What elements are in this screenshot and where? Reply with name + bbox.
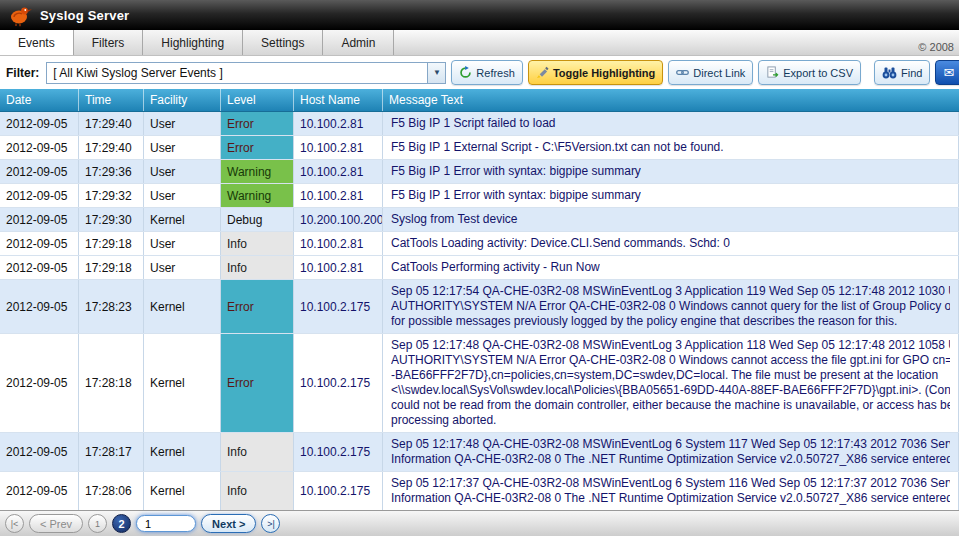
- header-facility[interactable]: Facility: [144, 89, 221, 111]
- table-row[interactable]: 2012-09-0517:29:18UserInfo10.100.2.81Cat…: [0, 232, 959, 256]
- cell-date: 2012-09-05: [0, 256, 79, 279]
- last-page-button[interactable]: >|: [261, 514, 280, 533]
- header-date[interactable]: Date: [0, 89, 79, 111]
- cell-date: 2012-09-05: [0, 208, 79, 231]
- table-row[interactable]: 2012-09-0517:29:18UserInfo10.100.2.81Cat…: [0, 256, 959, 280]
- export-csv-label: Export to CSV: [783, 67, 853, 79]
- table-row[interactable]: 2012-09-0517:28:18KernelError10.100.2.17…: [0, 334, 959, 433]
- cell-time: 17:29:36: [79, 160, 144, 183]
- toggle-highlighting-button[interactable]: Toggle Highlighting: [528, 60, 663, 85]
- cell-host: 10.100.2.81: [294, 184, 383, 207]
- table-row[interactable]: 2012-09-0517:28:06KernelInfo10.100.2.175…: [0, 472, 959, 510]
- tab-highlighting[interactable]: Highlighting: [143, 30, 243, 55]
- cell-message: Sep 05 12:17:54 QA-CHE-03R2-08 MSWinEven…: [383, 280, 959, 333]
- cell-message: Sep 05 12:17:48 QA-CHE-03R2-08 MSWinEven…: [383, 334, 959, 432]
- cell-time: 17:28:06: [79, 472, 144, 510]
- table-row[interactable]: 2012-09-0517:29:40UserError10.100.2.81F5…: [0, 136, 959, 160]
- tab-bar: Events Filters Highlighting Settings Adm…: [0, 30, 959, 56]
- cell-message: F5 Big IP 1 External Script - C:\F5Versi…: [383, 136, 959, 159]
- cell-message: CatTools Performing activity - Run Now: [383, 256, 959, 279]
- cell-host: 10.100.2.175: [294, 472, 383, 510]
- refresh-button[interactable]: Refresh: [451, 60, 523, 85]
- cell-message: Sep 05 12:17:37 QA-CHE-03R2-08 MSWinEven…: [383, 472, 959, 510]
- cell-level: Error: [221, 112, 294, 135]
- cell-date: 2012-09-05: [0, 280, 79, 333]
- table-row[interactable]: 2012-09-0517:29:30KernelDebug10.200.100.…: [0, 208, 959, 232]
- cell-level: Info: [221, 256, 294, 279]
- message-line: F5 Big IP 1 Error with syntax: bigpipe s…: [391, 164, 641, 179]
- cell-level: Warning: [221, 160, 294, 183]
- page-1-button[interactable]: 1: [88, 514, 107, 533]
- cell-date: 2012-09-05: [0, 232, 79, 255]
- cell-host: 10.100.2.81: [294, 256, 383, 279]
- cell-time: 17:29:30: [79, 208, 144, 231]
- cell-facility: Kernel: [144, 208, 221, 231]
- tab-events[interactable]: Events: [0, 30, 74, 55]
- cell-message: F5 Big IP 1 Error with syntax: bigpipe s…: [383, 184, 959, 207]
- cell-date: 2012-09-05: [0, 160, 79, 183]
- header-message-text[interactable]: Message Text: [383, 89, 959, 111]
- first-page-button[interactable]: |<: [5, 514, 24, 533]
- direct-link-button[interactable]: Direct Link: [668, 60, 753, 85]
- partial-toolbar-button[interactable]: ✉: [935, 60, 959, 85]
- header-host-name[interactable]: Host Name: [294, 89, 383, 111]
- tab-admin[interactable]: Admin: [323, 30, 394, 55]
- message-line: Syslog from Test device: [391, 212, 518, 227]
- message-line: -BAE66FFF2F7D},cn=policies,cn=system,DC=…: [391, 368, 938, 383]
- cell-host: 10.100.2.81: [294, 160, 383, 183]
- refresh-label: Refresh: [476, 67, 515, 79]
- prev-page-button[interactable]: < Prev: [29, 514, 83, 533]
- cell-level: Info: [221, 472, 294, 510]
- message-line: Sep 05 12:17:54 QA-CHE-03R2-08 MSWinEven…: [391, 284, 950, 299]
- tab-admin-label: Admin: [341, 36, 375, 50]
- cell-host: 10.200.100.200: [294, 208, 383, 231]
- table-row[interactable]: 2012-09-0517:29:40UserError10.100.2.81F5…: [0, 112, 959, 136]
- table-row[interactable]: 2012-09-0517:29:32UserWarning10.100.2.81…: [0, 184, 959, 208]
- table-row[interactable]: 2012-09-0517:29:36UserWarning10.100.2.81…: [0, 160, 959, 184]
- tab-filters[interactable]: Filters: [74, 30, 144, 55]
- cell-time: 17:28:17: [79, 433, 144, 471]
- cell-host: 10.100.2.81: [294, 136, 383, 159]
- title-bar: Syslog Server: [0, 0, 959, 30]
- cell-host: 10.100.2.81: [294, 112, 383, 135]
- tab-settings[interactable]: Settings: [243, 30, 323, 55]
- cell-level: Warning: [221, 184, 294, 207]
- cell-time: 17:29:18: [79, 232, 144, 255]
- find-button[interactable]: Find: [874, 60, 930, 85]
- cell-time: 17:29:18: [79, 256, 144, 279]
- cell-time: 17:28:18: [79, 334, 144, 432]
- chevron-down-icon[interactable]: ▼: [427, 63, 445, 83]
- tab-settings-label: Settings: [261, 36, 304, 50]
- filter-toolbar: Filter: [ All Kiwi Syslog Server Events …: [0, 56, 959, 89]
- message-line: Information QA-CHE-03R2-08 0 The .NET Ru…: [391, 491, 950, 506]
- cell-host: 10.100.2.175: [294, 433, 383, 471]
- next-page-button[interactable]: Next >: [201, 514, 256, 533]
- table-body: 2012-09-0517:29:40UserError10.100.2.81F5…: [0, 112, 959, 510]
- cell-level: Error: [221, 280, 294, 333]
- message-line: <\\swdev.local\SysVol\swdev.local\Polici…: [391, 383, 950, 398]
- message-line: CatTools Loading activity: Device.CLI.Se…: [391, 236, 730, 251]
- cell-host: 10.100.2.175: [294, 280, 383, 333]
- table-row[interactable]: 2012-09-0517:28:17KernelInfo10.100.2.175…: [0, 433, 959, 472]
- cell-message: CatTools Loading activity: Device.CLI.Se…: [383, 232, 959, 255]
- page-2-button[interactable]: 2: [112, 514, 131, 533]
- cell-message: Syslog from Test device: [383, 208, 959, 231]
- filter-dropdown[interactable]: [ All Kiwi Syslog Server Events ] ▼: [46, 62, 446, 84]
- cell-message: F5 Big IP 1 Error with syntax: bigpipe s…: [383, 160, 959, 183]
- header-level[interactable]: Level: [221, 89, 294, 111]
- message-line: AUTHORITY\SYSTEM N/A Error QA-CHE-03R2-0…: [391, 353, 950, 368]
- cell-date: 2012-09-05: [0, 433, 79, 471]
- table-row[interactable]: 2012-09-0517:28:23KernelError10.100.2.17…: [0, 280, 959, 334]
- cell-facility: Kernel: [144, 472, 221, 510]
- kiwi-logo-icon: [8, 3, 32, 27]
- cell-time: 17:29:40: [79, 112, 144, 135]
- cell-date: 2012-09-05: [0, 136, 79, 159]
- cell-date: 2012-09-05: [0, 112, 79, 135]
- filter-label: Filter:: [6, 66, 39, 80]
- export-csv-button[interactable]: Export to CSV: [758, 60, 861, 85]
- page-number-input[interactable]: [136, 515, 196, 532]
- cell-facility: User: [144, 160, 221, 183]
- table-header: Date Time Facility Level Host Name Messa…: [0, 89, 959, 112]
- header-time[interactable]: Time: [79, 89, 144, 111]
- message-line: for possible messages previously logged …: [391, 314, 897, 329]
